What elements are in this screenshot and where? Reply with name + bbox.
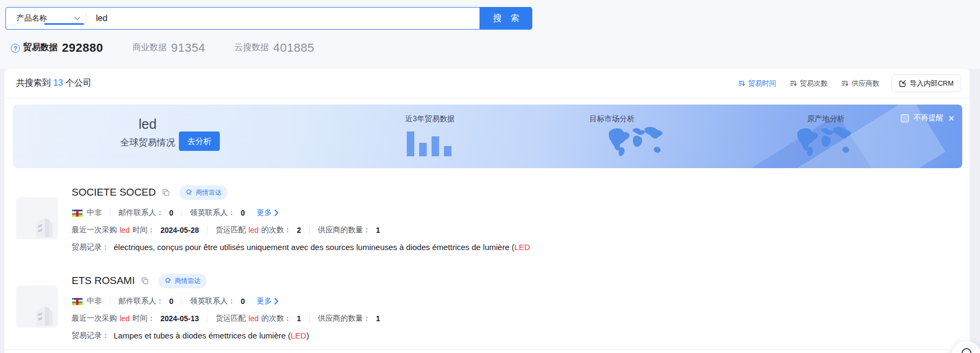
search-input[interactable] [86,8,479,29]
company-meta-row: 中非 邮件联系人： 0 领英联系人： 0 更多 [72,296,380,306]
company-card: SOCIETE SOCED 商情雷达 中非 邮件联系人： 0 [4,184,970,252]
trade-bar-chart [407,131,451,156]
divider [110,297,110,305]
company-card: ETS ROSAMI 商情雷达 中非 邮件联系人： 0 [4,273,970,341]
email-contacts-label: 邮件联系人： [119,208,164,218]
results-count-text: 共搜索到13个公司 [16,78,92,89]
sort-label: 贸易时间 [748,79,776,88]
import-crm-button[interactable]: 导入内部CRM [891,74,961,92]
company-logo-placeholder [16,286,58,328]
more-label: 更多 [257,208,272,218]
tab-business-data[interactable]: 商业数据 91354 [132,41,205,55]
results-count-number: 13 [53,78,63,87]
world-map-origin [789,126,856,163]
company-info: SOCIETE SOCED 商情雷达 中非 邮件联系人： 0 [72,184,530,252]
company-name[interactable]: ETS ROSAMI [72,275,135,287]
company-name-row: ETS ROSAMI 商情雷达 [72,273,380,289]
results-count-suffix: 个公司 [66,78,92,87]
company-country: 中非 [87,208,102,218]
company-record-row: 贸易记录： électriques, conçus pour être util… [72,242,530,252]
sort-trade-count[interactable]: 贸易次数 [790,79,828,88]
purchase-keyword: led [120,226,130,234]
trade-record-keyword: LED [515,243,530,252]
trade-bar [407,131,414,156]
sort-supplier-count[interactable]: 供应商数 [842,79,879,88]
dismiss-group: 不再提醒 ✕ [901,113,955,123]
analyze-button[interactable]: 去分析 [179,131,220,151]
banner-subtitle: 全球贸易情况 [110,136,185,149]
divider [207,315,207,322]
freight-label-post: 的次数： [261,225,291,235]
list-divider [4,349,948,350]
dismiss-checkbox[interactable] [901,114,909,122]
radar-icon [164,277,172,285]
search-button[interactable]: 搜 索 [479,8,532,29]
purchase-label-pre: 最近一次采购 [72,314,117,323]
top-band: 产品名称 搜 索 ? 贸易数据 292880 商业数据 91354 云搜数据 4… [0,0,980,69]
divider [182,297,182,305]
banner-market-label: 目标市场分析 [553,114,671,124]
copy-icon[interactable] [141,276,149,285]
search-bar: 产品名称 搜 索 [5,7,532,30]
company-info: ETS ROSAMI 商情雷达 中非 邮件联系人： 0 [72,273,380,341]
banner-keyword-block: led 全球贸易情况 [110,116,185,149]
tab-cloud-search-data[interactable]: 云搜数据 401885 [234,41,314,55]
company-record-row: 贸易记录： Lampes et tubes à diodes émettrice… [72,330,380,341]
tab-label: 商业数据 [132,42,166,55]
copy-icon[interactable] [162,188,170,197]
tab-count: 292880 [62,41,103,55]
sort-label: 供应商数 [851,79,879,88]
sort-desc-icon [790,80,797,87]
purchase-label-pre: 最近一次采购 [72,225,117,235]
more-label: 更多 [257,296,272,306]
search-category-dropdown[interactable]: 产品名称 [6,8,86,29]
banner-origin-label: 原产地分析 [767,114,885,124]
divider [207,226,207,234]
business-radar-badge[interactable]: 商情雷达 [179,185,227,200]
purchase-date: 2024-05-13 [161,314,199,323]
freight-count: 1 [297,314,301,323]
business-radar-badge[interactable]: 商情雷达 [158,274,206,288]
more-link[interactable]: 更多 [257,296,279,306]
tab-count: 91354 [171,41,205,55]
trade-bar [419,143,427,156]
email-contacts-count: 0 [169,297,173,306]
linkedin-contacts-count: 0 [241,297,245,306]
sort-label: 贸易次数 [800,79,828,88]
trade-bar [432,136,439,156]
headset-icon [960,346,974,353]
freight-count: 2 [297,226,301,234]
analysis-banner: led 全球贸易情况 去分析 近3年贸易数据 目标市场分析 原产地分析 [13,105,962,168]
linkedin-contacts-label: 领英联系人： [190,208,235,218]
linkedin-contacts-label: 领英联系人： [190,296,235,306]
tab-label: 贸易数据 [23,42,58,55]
email-contacts-label: 邮件联系人： [119,296,164,306]
company-name[interactable]: SOCIETE SOCED [72,186,156,198]
sort-trade-time[interactable]: 贸易时间 [738,79,776,88]
results-panel: 共搜索到13个公司 贸易时间 贸易次数 供应商数 [4,69,970,353]
freight-keyword: led [248,314,259,323]
trade-record-suffix: ) [307,331,309,340]
trade-record-keyword: LED [291,331,307,340]
banner-chart-label: 近3年贸易数据 [371,114,489,124]
tab-trade-data[interactable]: ? 贸易数据 292880 [11,41,103,55]
company-logo-placeholder [16,197,58,239]
close-icon[interactable]: ✕ [948,114,955,122]
radar-icon [185,189,193,196]
freight-label-pre: 货运匹配 [216,225,246,235]
company-meta-row: 中非 邮件联系人： 0 领英联系人： 0 更多 [72,208,530,218]
sort-desc-icon [738,80,745,87]
data-tabs: ? 贸易数据 292880 商业数据 91354 云搜数据 401885 [11,41,344,55]
sort-desc-icon [842,80,849,87]
freight-label-pre: 货运匹配 [216,314,246,323]
company-country: 中非 [87,296,102,306]
more-link[interactable]: 更多 [257,208,279,218]
company-name-row: SOCIETE SOCED 商情雷达 [72,184,530,200]
question-icon[interactable]: ? [11,44,20,53]
trade-bar [444,146,451,156]
freight-label-post: 的次数： [261,314,291,323]
company-purchase-row: 最近一次采购 led 时间： 2024-05-28 货运匹配 led 的次数： … [72,225,530,235]
supplier-label: 供应商的数量： [318,314,371,323]
central-africa-flag-icon [72,297,83,306]
purchase-label-post: 时间： [133,314,155,323]
